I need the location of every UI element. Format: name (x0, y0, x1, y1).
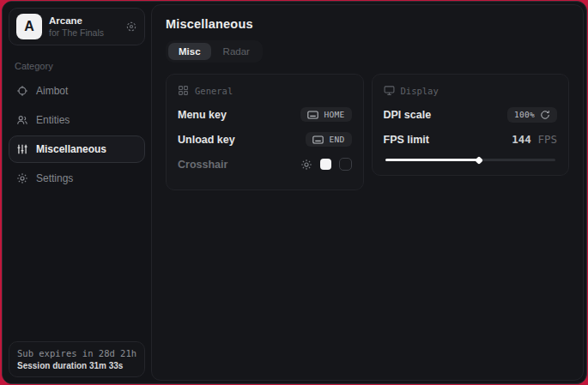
unload-key-label: Unload key (178, 134, 235, 146)
settings-cards: General Menu key HOME (166, 74, 569, 190)
dpi-scale-control[interactable]: 100% (507, 107, 557, 123)
dpi-scale-value: 100% (514, 110, 535, 119)
unload-key-value: END (329, 135, 344, 144)
sidebar-nav: Aimbot Entities (3, 76, 151, 193)
sidebar-item-aimbot[interactable]: Aimbot (9, 77, 145, 105)
crosshair-icon (16, 85, 28, 97)
refresh-icon[interactable] (540, 110, 550, 120)
dpi-scale-row: DPI scale 100% (384, 105, 558, 124)
crosshair-settings-gear-icon[interactable] (300, 159, 312, 171)
sidebar-item-label: Entities (36, 114, 70, 126)
crosshair-label: Crosshair (178, 159, 227, 171)
tab-misc[interactable]: Misc (168, 43, 211, 60)
fps-number: 144 (512, 133, 531, 146)
menu-key-label: Menu key (178, 109, 227, 121)
unload-key-row: Unload key END (178, 129, 352, 149)
display-card-title: Display (401, 86, 439, 96)
keyboard-icon (307, 111, 318, 119)
tab-bar: Misc Radar (166, 40, 263, 63)
gear-icon (16, 172, 28, 184)
session-duration-text: Session duration 31m 33s (17, 361, 136, 370)
sidebar-item-label: Miscellaneous (36, 143, 106, 155)
subscription-info-box: Sub expires in 28d 21h Session duration … (9, 341, 145, 377)
fps-limit-slider[interactable] (385, 159, 556, 161)
category-label: Category (15, 61, 139, 71)
crosshair-checkbox[interactable] (339, 158, 352, 171)
app-window: A Arcane for The Finals Category (2, 1, 587, 384)
fps-slider-fill (385, 159, 479, 161)
fps-unit: FPS (537, 133, 557, 146)
fps-limit-label: FPS limit (384, 134, 429, 146)
sub-expiry-text: Sub expires in 28d 21h (17, 348, 136, 358)
general-card: General Menu key HOME (166, 74, 364, 190)
fps-limit-value: 144 FPS (512, 133, 557, 146)
display-card: Display DPI scale 100% (372, 74, 570, 176)
tab-radar[interactable]: Radar (213, 43, 260, 60)
sidebar-item-miscellaneous[interactable]: Miscellaneous (9, 135, 145, 163)
display-card-header: Display (384, 85, 558, 96)
dpi-scale-label: DPI scale (384, 109, 432, 121)
menu-key-bind-button[interactable]: HOME (300, 107, 351, 122)
unload-key-bind-button[interactable]: END (306, 132, 351, 147)
menu-key-row: Menu key HOME (178, 105, 352, 124)
sidebar-spacer (3, 193, 151, 335)
menu-key-value: HOME (324, 110, 344, 119)
fps-limit-row: FPS limit 144 FPS (384, 129, 558, 149)
sidebar-item-label: Settings (36, 172, 73, 184)
entities-icon (16, 114, 28, 126)
general-card-header: General (178, 85, 352, 96)
app-header-card: A Arcane for The Finals (9, 8, 145, 45)
sync-icon[interactable] (125, 21, 137, 33)
monitor-icon (384, 85, 395, 96)
keyboard-grid-icon (178, 85, 189, 96)
app-title-block: Arcane for The Finals (49, 15, 118, 39)
app-subtitle: for The Finals (49, 27, 118, 39)
page-title: Miscellaneous (166, 17, 569, 31)
sidebar: A Arcane for The Finals Category (3, 2, 151, 383)
fps-slider-thumb[interactable] (475, 156, 483, 165)
app-logo: A (16, 14, 42, 39)
keyboard-icon (312, 135, 324, 144)
crosshair-color-swatch[interactable] (320, 159, 331, 170)
general-card-title: General (195, 86, 233, 96)
crosshair-controls (300, 158, 352, 171)
sidebar-item-entities[interactable]: Entities (9, 106, 145, 134)
main-panel: Miscellaneous Misc Radar General (151, 4, 584, 381)
sliders-icon (16, 143, 28, 155)
crosshair-row: Crosshair (178, 154, 352, 174)
sidebar-item-label: Aimbot (36, 85, 68, 97)
app-name: Arcane (49, 15, 118, 27)
sidebar-item-settings[interactable]: Settings (9, 165, 145, 192)
